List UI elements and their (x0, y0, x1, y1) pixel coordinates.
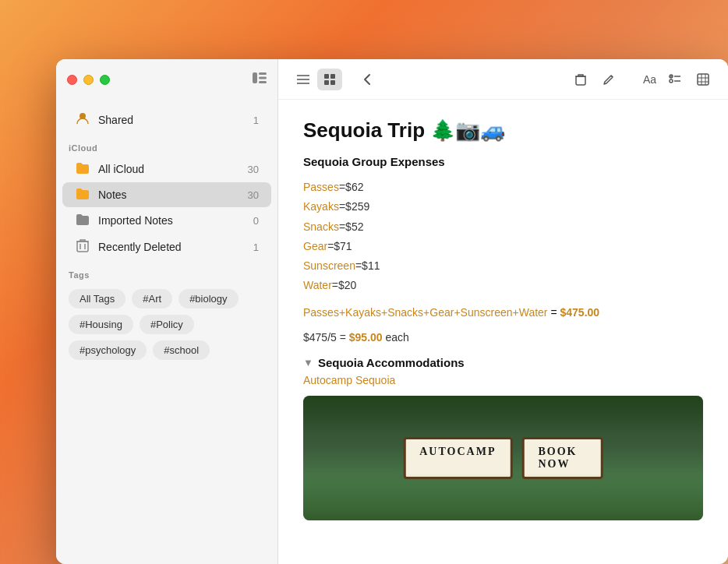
svg-point-22 (670, 76, 672, 77)
sidebar-toggle-button[interactable] (253, 72, 267, 86)
autocamp-sign: AUTOCAMP (403, 437, 512, 479)
maximize-button[interactable] (100, 75, 110, 85)
tags-grid: All Tags #Art #biology #Housing #Policy … (69, 289, 265, 360)
expense-sunscreen: Sunscreen=$11 (303, 256, 703, 276)
tag-all-tags[interactable]: All Tags (69, 289, 125, 308)
camp-signs: AUTOCAMP BOOK NOW (403, 437, 603, 479)
recently-deleted-label: Recently Deleted (98, 241, 246, 253)
toolbar-right: Aa (568, 69, 716, 90)
sidebar-item-shared[interactable]: Shared 1 (62, 107, 271, 133)
svg-rect-5 (77, 241, 88, 252)
svg-rect-14 (324, 80, 329, 85)
icloud-section-header: iCloud (56, 134, 277, 156)
expense-passes: Passes=$62 (303, 178, 703, 197)
expense-water: Water=$20 (303, 276, 703, 295)
tag-school[interactable]: #school (153, 340, 210, 360)
sidebar-item-all-icloud[interactable]: All iCloud 30 (62, 157, 271, 182)
main-content: Aa (278, 59, 728, 564)
imported-notes-count: 0 (253, 215, 259, 227)
fonts-button[interactable]: Aa (640, 69, 659, 90)
sidebar-content: Shared 1 iCloud All iCloud 30 Notes 30 (56, 100, 277, 564)
svg-rect-2 (259, 77, 267, 79)
accommodations-section: ▼ Sequoia Accommodations (303, 356, 703, 369)
close-button[interactable] (67, 75, 77, 85)
tag-policy[interactable]: #Policy (140, 315, 194, 334)
total-formula: Passes+Kayaks+Snacks+Gear+Sunscreen+Wate… (303, 303, 703, 323)
folder-icon (75, 161, 90, 177)
expense-snacks: Snacks=$52 (303, 217, 703, 237)
svg-rect-16 (576, 76, 585, 85)
chevron-down-icon: ▼ (303, 357, 313, 368)
svg-rect-23 (698, 74, 709, 85)
checklist-button[interactable] (663, 69, 687, 90)
notes-count: 30 (248, 189, 259, 201)
note-title: Sequoia Trip 🌲📷🚙 (303, 118, 703, 143)
all-icloud-label: All iCloud (98, 163, 240, 175)
svg-rect-13 (330, 74, 335, 79)
notes-label: Notes (98, 189, 240, 201)
compose-button[interactable] (596, 69, 621, 90)
tag-art[interactable]: #Art (132, 289, 172, 308)
svg-rect-1 (259, 72, 267, 75)
sidebar-item-notes[interactable]: Notes 30 (62, 182, 271, 207)
minimize-button[interactable] (83, 75, 94, 85)
accommodations-label: Sequoia Accommodations (318, 356, 465, 369)
foliage-top (303, 396, 703, 435)
per-person-line: $475/5 = $95.00 each (303, 331, 703, 344)
list-view-button[interactable] (291, 69, 316, 90)
delete-button[interactable] (568, 69, 593, 90)
tag-housing[interactable]: #Housing (69, 315, 133, 334)
svg-point-20 (670, 79, 673, 83)
trash-icon (75, 238, 90, 256)
tags-section: All Tags #Art #biology #Housing #Policy … (56, 283, 277, 366)
sidebar-item-imported-notes[interactable]: Imported Notes 0 (62, 208, 271, 233)
all-icloud-count: 30 (248, 164, 259, 175)
shared-count: 1 (253, 115, 259, 126)
grid-view-button[interactable] (317, 69, 342, 90)
camp-image: AUTOCAMP BOOK NOW (303, 396, 703, 520)
imported-notes-label: Imported Notes (98, 214, 246, 227)
back-button[interactable] (355, 69, 380, 90)
foliage-overlay (303, 474, 703, 520)
traffic-lights (67, 75, 110, 85)
tag-psychology[interactable]: #psychology (69, 340, 147, 360)
recently-deleted-count: 1 (253, 241, 259, 253)
autocamp-link[interactable]: Autocamp Sequoia (303, 374, 703, 386)
table-button[interactable] (691, 69, 716, 90)
svg-rect-12 (324, 74, 329, 79)
imported-folder-icon (75, 213, 90, 228)
expense-gear: Gear=$71 (303, 237, 703, 256)
expense-kayaks: Kayaks=$259 (303, 197, 703, 217)
app-window: Shared 1 iCloud All iCloud 30 Notes 30 (56, 59, 728, 564)
svg-rect-15 (330, 80, 335, 85)
toolbar: Aa (278, 59, 728, 100)
book-now-sign: BOOK NOW (521, 437, 603, 479)
tags-section-header: Tags (56, 261, 277, 283)
svg-rect-0 (253, 72, 257, 83)
titlebar (56, 59, 277, 100)
tag-biology[interactable]: #biology (178, 289, 238, 308)
view-toggle-group (291, 69, 342, 90)
shared-label: Shared (98, 114, 246, 126)
sidebar: Shared 1 iCloud All iCloud 30 Notes 30 (56, 59, 278, 564)
sidebar-item-recently-deleted[interactable]: Recently Deleted 1 (62, 234, 271, 260)
svg-rect-3 (259, 81, 267, 83)
notes-folder-icon (75, 187, 90, 203)
shared-icon (75, 111, 90, 129)
note-subtitle: Sequoia Group Expenses (303, 155, 703, 168)
note-body[interactable]: Sequoia Trip 🌲📷🚙 Sequoia Group Expenses … (278, 100, 728, 564)
